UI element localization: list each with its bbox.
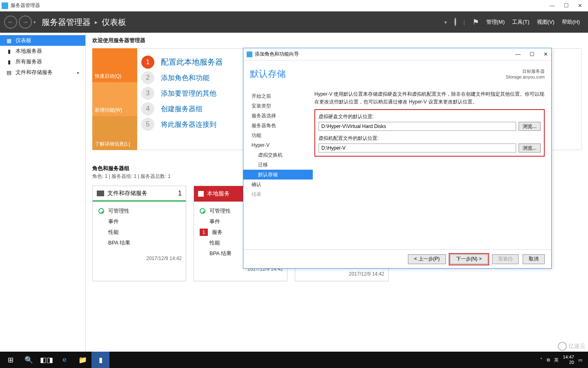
task-view-icon[interactable]: ◧◨ [38, 352, 56, 368]
config-browse-button[interactable]: 浏览... [519, 144, 541, 153]
ime-indicator[interactable]: 英 [554, 357, 559, 363]
sidebar-item-file-storage[interactable]: ▤ 文件和存储服务 ▸ [0, 67, 85, 78]
dropdown-icon[interactable]: ▾ [444, 19, 447, 25]
card-timestamp: 2017/12/9 14:42 [93, 252, 186, 265]
nav-back-button[interactable]: ← [4, 16, 17, 29]
wizard-minimize-button[interactable]: — [515, 51, 521, 57]
wizard-nav-results: 结果 [243, 189, 313, 199]
search-icon[interactable]: 🔍 [20, 352, 38, 368]
header-bar: ← → ▾ 服务器管理器 ▸ 仪表板 ▾ | ⚑ 管理(M) 工具(T) 视图(… [0, 11, 588, 33]
row-label: 可管理性 [108, 207, 129, 215]
target-value: Storage.aoyou.com [506, 74, 545, 79]
target-label: 目标服务器 [506, 68, 545, 74]
sidebar-item-label: 所有服务器 [16, 58, 42, 65]
sidebar-item-label: 文件和存储服务 [16, 69, 53, 76]
step-number: 2 [141, 71, 154, 84]
card-count: 1 [178, 190, 182, 197]
titlebar: 服务器管理器 — ☐ ✕ [0, 0, 588, 11]
maximize-button[interactable]: ☐ [564, 2, 569, 9]
sidebar-item-dashboard[interactable]: ▦ 仪表板 [0, 35, 85, 46]
wizard-nav-install-type[interactable]: 安装类型 [243, 101, 313, 111]
step-label: 创建服务器组 [161, 104, 203, 114]
watermark-icon [558, 342, 567, 351]
step-label: 添加角色和功能 [161, 73, 209, 83]
wizard-nav-before-begin[interactable]: 开始之前 [243, 91, 313, 101]
vhd-browse-button[interactable]: 浏览... [519, 122, 541, 131]
notifications-flag-icon[interactable]: ⚑ [472, 18, 479, 27]
ie-icon[interactable]: e [56, 352, 74, 368]
clock-date: 20 [563, 360, 574, 365]
crumb-root[interactable]: 服务器管理器 [42, 17, 91, 28]
wizard-target: 目标服务器 Storage.aoyou.com [506, 68, 545, 79]
card-title: 文件和存储服务 [107, 190, 147, 197]
wizard-next-button[interactable]: 下一步(N) > [450, 254, 488, 264]
row-label: 服务 [212, 229, 223, 236]
server-manager-taskbar-icon[interactable]: ▮ [91, 352, 109, 368]
wizard-nav-server-select[interactable]: 服务器选择 [243, 111, 313, 121]
vrule-icon: | [463, 19, 465, 25]
menu-tools[interactable]: 工具(T) [512, 18, 530, 26]
minimize-button[interactable]: — [550, 2, 555, 9]
wizard-cancel-button[interactable]: 取消 [523, 254, 545, 264]
status-ok-icon [98, 208, 104, 214]
tray-up-icon[interactable]: ˄ [540, 357, 543, 363]
menu-view[interactable]: 视图(V) [537, 18, 555, 26]
breadcrumb: 服务器管理器 ▸ 仪表板 [42, 17, 126, 28]
card-row-bpa[interactable]: BPA 结果 [98, 238, 180, 248]
window-title: 服务器管理器 [11, 2, 550, 9]
step-number: 1 [141, 56, 154, 69]
wizard-nav-server-roles[interactable]: 服务器角色 [243, 121, 313, 130]
start-button[interactable]: ⊞ [2, 352, 20, 368]
wizard-nav-features[interactable]: 功能 [243, 130, 313, 140]
servers-icon: ▮ [6, 59, 12, 65]
tile-quickstart[interactable]: 快速启动(Q) [92, 48, 137, 82]
menu-help[interactable]: 帮助(H) [562, 18, 580, 26]
vhd-path-input[interactable] [318, 122, 516, 131]
step-label: 配置此本地服务器 [161, 57, 223, 67]
card-title: 本地服务 [207, 190, 230, 197]
wizard-nav-migration[interactable]: 迁移 [243, 160, 313, 170]
row-label: 可管理性 [209, 207, 231, 215]
clock-time: 14:47 [563, 355, 574, 360]
watermark-text: 亿速云 [568, 343, 586, 350]
explorer-icon[interactable]: 📁 [74, 352, 91, 368]
step-number: 3 [141, 87, 154, 100]
wizard-nav-vswitch[interactable]: 虚拟交换机 [243, 150, 313, 160]
card-row-performance[interactable]: 性能 [98, 227, 180, 238]
wizard-title: 添加角色和功能向导 [255, 51, 299, 58]
wizard-footer: < 上一步(P) 下一步(N) > 安装(I) 取消 [243, 249, 551, 268]
sidebar-item-all-servers[interactable]: ▮ 所有服务器 [0, 56, 85, 67]
nav-forward-button[interactable]: → [19, 16, 32, 29]
quickstart-tiles: 快速启动(Q) 新增功能(W) 了解详细信息(L) [92, 48, 137, 150]
network-icon[interactable]: ⧉ [547, 357, 550, 363]
step-label: 添加要管理的其他 [161, 89, 216, 98]
wizard-maximize-button[interactable]: ☐ [530, 51, 535, 57]
card-header: 文件和存储服务 1 [93, 186, 186, 202]
wizard-nav-default-storage[interactable]: 默认存储 [243, 170, 313, 180]
role-card-file-storage[interactable]: 文件和存储服务 1 可管理性 事件 性能 BPA 结果 2017/12/9 14… [92, 186, 186, 281]
notification-center-icon[interactable]: ▭ [578, 357, 582, 363]
storage-icon: ▤ [6, 70, 12, 76]
tile-label: 新增功能(W) [95, 107, 122, 114]
sidebar-item-local-server[interactable]: ▮ 本地服务器 [0, 46, 85, 56]
wizard-nav-confirm[interactable]: 确认 [243, 180, 313, 189]
tile-whats-new[interactable]: 新增功能(W) [92, 82, 137, 116]
card-row-manageability[interactable]: 可管理性 [98, 206, 180, 216]
card-row-events[interactable]: 事件 [98, 216, 180, 227]
wizard-close-button[interactable]: ✕ [543, 51, 548, 57]
server-icon [198, 191, 204, 197]
wizard-previous-button[interactable]: < 上一步(P) [408, 254, 445, 264]
wizard-page-title: 默认存储 [250, 68, 286, 80]
close-button[interactable]: ✕ [578, 2, 582, 9]
tile-learn-more[interactable]: 了解详细信息(L) [92, 116, 137, 150]
config-path-input[interactable] [318, 144, 516, 153]
wizard-content: Hyper-V 使用默认位置来存储虚拟硬盘文件和虚拟机配置文件，除非在创建文件时… [313, 87, 551, 249]
nav-dropdown-icon[interactable]: ▾ [33, 20, 36, 25]
wizard-nav-hyperv[interactable]: Hyper-V [243, 140, 313, 150]
system-tray: ˄ ⧉ 英 14:47 20 ▭ [540, 355, 586, 365]
row-label: BPA 结果 [209, 250, 232, 257]
wizard-install-button: 安装(I) [492, 254, 519, 264]
menu-manage[interactable]: 管理(M) [486, 18, 505, 26]
clock[interactable]: 14:47 20 [563, 355, 574, 365]
refresh-icon[interactable] [454, 18, 456, 26]
